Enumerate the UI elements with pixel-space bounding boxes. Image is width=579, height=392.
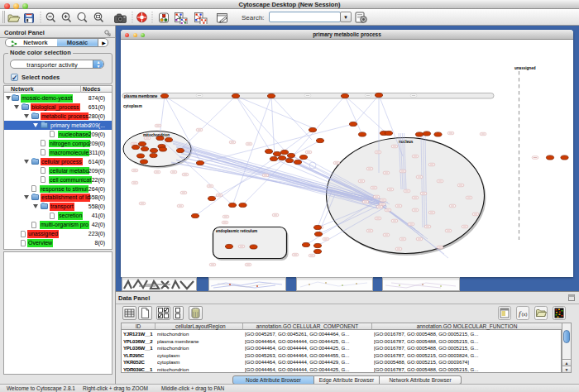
svg-text:unassigned: unassigned	[514, 66, 536, 70]
svg-text:mitochondrion: mitochondrion	[143, 133, 170, 137]
svg-text:cytoplasm: cytoplasm	[123, 104, 142, 108]
svg-text:plasma membrane: plasma membrane	[124, 94, 158, 98]
svg-text:endoplasmic reticulum: endoplasmic reticulum	[216, 229, 257, 233]
svg-text:(x): (x)	[522, 312, 528, 317]
